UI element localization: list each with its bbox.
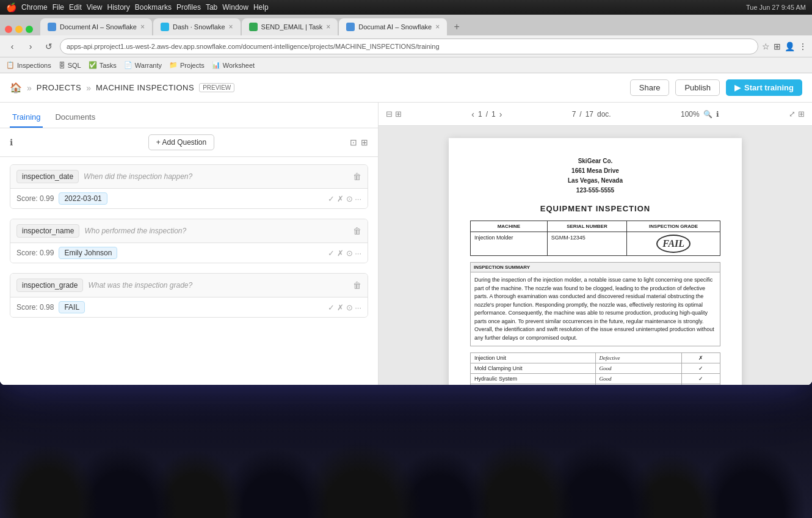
tab-document-ai-active[interactable]: Documat AI – Snowflake × <box>339 18 447 35</box>
collapse-icon[interactable]: ⊡ <box>350 137 357 147</box>
browser-window: Document AI – Snowflake × Dash · Snowfla… <box>0 15 812 385</box>
tab-close-4[interactable]: × <box>435 23 440 31</box>
component-status: Good <box>595 374 681 384</box>
tab-send-email[interactable]: SEND_EMAIL | Task × <box>242 18 338 35</box>
component-row: Mold Clamping Unit Good ✓ <box>471 363 720 374</box>
field-delete-3[interactable]: 🗑 <box>353 280 361 290</box>
breadcrumb-projects[interactable]: PROJECTS <box>37 83 81 92</box>
menu-history[interactable]: History <box>107 3 130 12</box>
bookmark-label-3: Tasks <box>100 62 117 69</box>
close-window-btn[interactable] <box>5 26 12 33</box>
tab-dash[interactable]: Dash · Snowflake × <box>153 18 241 35</box>
menu-help[interactable]: Help <box>253 3 269 12</box>
doc-title: EQUIPMENT INSPECTION <box>470 204 720 213</box>
collapse-panel-icon[interactable]: ⊟ <box>386 109 393 119</box>
back-button[interactable]: ‹ <box>5 39 20 54</box>
field-card-inspector-name: inspector_name Who performed the inspect… <box>10 219 368 263</box>
tab-training[interactable]: Training <box>10 108 43 128</box>
menu-profiles[interactable]: Profiles <box>176 3 201 12</box>
doc-next-page[interactable]: › <box>499 109 502 119</box>
bookmark-tasks[interactable]: ✅ Tasks <box>89 61 117 69</box>
tab-documents[interactable]: Documents <box>53 108 98 128</box>
menu-view[interactable]: View <box>87 3 103 12</box>
doc-expand-icon[interactable]: ⤢ <box>789 109 796 119</box>
grade-value: FAIL <box>656 235 691 253</box>
tab-close-3[interactable]: × <box>326 23 330 31</box>
component-check: ✗ <box>681 353 720 363</box>
menu-bookmarks[interactable]: Bookmarks <box>135 3 172 12</box>
expand-icon[interactable]: ⊞ <box>361 137 368 147</box>
field-name-3: inspection_grade <box>16 279 83 292</box>
refresh-button[interactable]: ↺ <box>42 39 56 54</box>
share-button[interactable]: Share <box>630 79 670 96</box>
bookmark-icon-3: ✅ <box>89 61 97 69</box>
new-tab-button[interactable]: + <box>448 18 465 35</box>
component-row: Temperature Control System Good ✓ <box>471 384 720 385</box>
more-options-icon[interactable]: ⋮ <box>799 42 807 51</box>
component-name: Hydraulic System <box>471 374 596 384</box>
minimize-window-btn[interactable] <box>15 26 23 33</box>
company-address2: Las Vegas, Nevada <box>470 176 720 186</box>
doc-total-num: 17 <box>585 110 593 119</box>
left-panel: Training Documents ℹ + Add Question ⊡ ⊞ <box>0 103 379 385</box>
component-status: Good <box>595 384 681 385</box>
fullscreen-window-btn[interactable] <box>26 26 33 33</box>
component-check: ✓ <box>681 363 720 374</box>
browser-toolbar: ‹ › ↺ apps-api.prproject1.us-west-2.aws-… <box>0 35 812 57</box>
doc-fullscreen-icon[interactable]: ⊞ <box>798 109 805 119</box>
info-icon[interactable]: ℹ <box>10 137 13 147</box>
publish-button[interactable]: Publish <box>675 79 720 96</box>
field-card-inspection-date: inspection_date When did the inspection … <box>10 164 368 209</box>
bookmark-worksheet[interactable]: 📊 Worksheet <box>212 61 255 69</box>
doc-prev-page[interactable]: ‹ <box>471 109 474 119</box>
bookmark-icon-5: 📁 <box>169 61 178 69</box>
tab-document-ai-1[interactable]: Document AI – Snowflake × <box>40 18 152 35</box>
menu-edit[interactable]: Edit <box>69 3 82 12</box>
field-delete-2[interactable]: 🗑 <box>353 226 361 236</box>
component-status: Good <box>595 363 681 374</box>
component-table: Injection Unit Defective ✗ Mold Clamping… <box>470 352 720 385</box>
tab-close-1[interactable]: × <box>140 23 145 31</box>
bookmark-inspections[interactable]: 📋 Inspections <box>6 61 51 69</box>
add-question-button[interactable]: + Add Question <box>148 134 214 150</box>
doc-label: doc. <box>597 110 611 119</box>
address-bar[interactable]: apps-api.prproject1.us-west-2.aws-dev.ap… <box>60 38 758 54</box>
field-question-2: Who performed the inspection? <box>84 227 348 235</box>
menu-window[interactable]: Window <box>222 3 248 12</box>
forward-button[interactable]: › <box>23 39 38 54</box>
field-score-1: Score: 0.99 <box>16 194 54 203</box>
zoom-info-icon[interactable]: ℹ <box>716 110 719 119</box>
field-score-3: Score: 0.98 <box>16 303 54 312</box>
doc-slash: / <box>579 110 581 119</box>
extensions-icon[interactable]: ⊞ <box>774 42 781 51</box>
menu-tab[interactable]: Tab <box>206 3 217 12</box>
bookmark-warranty[interactable]: 📄 Warranty <box>124 61 162 69</box>
menu-file[interactable]: File <box>53 3 64 12</box>
tab-favicon-1 <box>48 23 56 31</box>
bookmark-projects[interactable]: 📁 Projects <box>169 61 205 69</box>
start-training-button[interactable]: ▶ Start training <box>726 79 802 96</box>
field-actions-1: ✓ ✗ ⊙ ··· <box>328 194 361 203</box>
tab-favicon-2 <box>161 23 169 31</box>
expand-panel-icon[interactable]: ⊞ <box>395 109 402 119</box>
tab-close-2[interactable]: × <box>229 23 233 31</box>
menu-chrome[interactable]: Chrome <box>21 3 48 12</box>
bookmark-icon-2: 🗄 <box>59 62 65 69</box>
apple-icon[interactable]: 🍎 <box>6 2 16 12</box>
doc-page-total: 1 <box>491 110 496 119</box>
component-check: ✓ <box>681 384 720 385</box>
bookmark-star-icon[interactable]: ☆ <box>762 42 770 51</box>
field-delete-1[interactable]: 🗑 <box>353 172 361 181</box>
profile-icon[interactable]: 👤 <box>785 42 795 51</box>
zoom-in-icon[interactable]: 🔍 <box>703 110 712 119</box>
doc-zoom-level: 100% <box>681 110 700 119</box>
doc-page-current: 1 <box>478 110 482 119</box>
bookmark-label-1: Inspections <box>17 62 51 69</box>
bookmark-icon-6: 📊 <box>212 61 220 69</box>
field-actions-2: ✓ ✗ ⊙ ··· <box>328 249 361 258</box>
home-icon[interactable]: 🏠 <box>10 82 22 93</box>
app-header: 🏠 » PROJECTS » MACHINE INSPECTIONS PREVI… <box>0 73 812 103</box>
bookmarks-bar: 📋 Inspections 🗄 SQL ✅ Tasks 📄 Warranty 📁… <box>0 57 812 73</box>
component-row: Injection Unit Defective ✗ <box>471 353 720 363</box>
bookmark-sql[interactable]: 🗄 SQL <box>59 62 81 69</box>
